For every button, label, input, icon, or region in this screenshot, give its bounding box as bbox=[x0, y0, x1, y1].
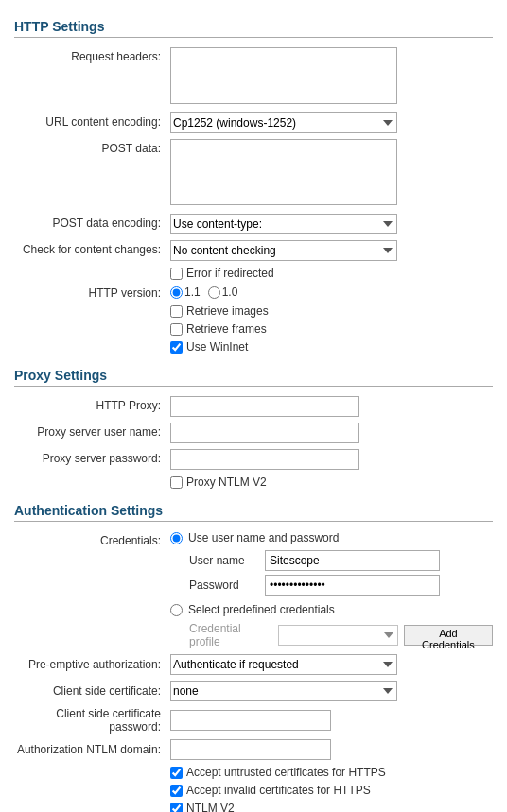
use-wininet-label: Use WinInet bbox=[186, 340, 248, 354]
http-version-row: HTTP version: 1.1 1.0 bbox=[14, 285, 493, 300]
url-encoding-select[interactable]: Cp1252 (windows-1252) bbox=[170, 112, 397, 133]
auth-settings-section: Authentication Settings Credentials: Use… bbox=[14, 503, 493, 812]
accept-untrusted-row: Accept untrusted certificates for HTTPS bbox=[14, 766, 493, 779]
request-headers-area bbox=[170, 47, 493, 107]
ntlm-domain-label: Authorization NTLM domain: bbox=[14, 743, 170, 756]
http-version-group: 1.1 1.0 bbox=[170, 285, 237, 299]
error-redirected-label: Error if redirected bbox=[186, 267, 274, 280]
http-settings-section: HTTP Settings Request headers: URL conte… bbox=[14, 19, 493, 354]
post-data-encoding-row: POST data encoding: Use content-type: bbox=[14, 214, 493, 234]
proxy-username-label: Proxy server user name: bbox=[14, 423, 170, 439]
post-data-encoding-area: Use content-type: bbox=[170, 214, 493, 234]
use-wininet-checkbox[interactable] bbox=[170, 341, 183, 354]
retrieve-frames-label: Retrieve frames bbox=[186, 322, 267, 336]
http-proxy-label: HTTP Proxy: bbox=[14, 396, 170, 412]
accept-invalid-label: Accept invalid certificates for HTTPS bbox=[186, 784, 371, 797]
accept-invalid-row: Accept invalid certificates for HTTPS bbox=[14, 784, 493, 797]
proxy-password-area bbox=[170, 449, 493, 470]
error-redirected-checkbox[interactable] bbox=[170, 268, 183, 280]
client-cert-password-label: Client side certificate password: bbox=[14, 707, 170, 734]
retrieve-images-checkbox[interactable] bbox=[170, 305, 183, 318]
client-cert-password-row: Client side certificate password: bbox=[14, 707, 493, 734]
proxy-settings-title: Proxy Settings bbox=[14, 368, 493, 387]
error-redirected-row: Error if redirected bbox=[14, 267, 493, 280]
http-version-11-radio[interactable] bbox=[170, 286, 183, 299]
http-version-10-label: 1.0 bbox=[208, 285, 238, 299]
check-content-area: No content checking bbox=[170, 240, 493, 261]
check-content-label: Check for content changes: bbox=[14, 240, 170, 256]
post-data-area bbox=[170, 139, 493, 208]
retrieve-frames-row: Retrieve frames bbox=[14, 322, 493, 336]
select-predefined-radio[interactable] bbox=[170, 604, 183, 616]
client-cert-password-input[interactable] bbox=[170, 710, 331, 731]
proxy-ntlm-checkbox[interactable] bbox=[170, 476, 183, 489]
request-headers-row: Request headers: bbox=[14, 47, 493, 107]
username-input[interactable] bbox=[265, 550, 440, 571]
proxy-password-row: Proxy server password: bbox=[14, 449, 493, 470]
credential-profile-label: Credential profile bbox=[189, 622, 272, 648]
use-username-option: Use user name and password bbox=[170, 531, 493, 544]
use-username-radio[interactable] bbox=[170, 532, 183, 544]
username-password-fields: User name Password bbox=[189, 550, 493, 596]
username-field-label: User name bbox=[189, 554, 265, 567]
post-data-encoding-select[interactable]: Use content-type: bbox=[170, 214, 397, 234]
password-field-row: Password bbox=[189, 575, 493, 596]
post-data-row: POST data: bbox=[14, 139, 493, 208]
proxy-password-input[interactable] bbox=[170, 449, 359, 470]
credential-profile-select[interactable] bbox=[278, 625, 398, 646]
client-cert-label: Client side certificate: bbox=[14, 684, 170, 698]
client-cert-row: Client side certificate: none bbox=[14, 681, 493, 701]
credentials-area: Use user name and password User name Pas… bbox=[170, 531, 493, 648]
accept-untrusted-checkbox[interactable] bbox=[170, 767, 183, 779]
post-data-label: POST data: bbox=[14, 139, 170, 155]
http-settings-title: HTTP Settings bbox=[14, 19, 493, 38]
post-data-input[interactable] bbox=[170, 139, 397, 205]
check-content-select[interactable]: No content checking bbox=[170, 240, 397, 261]
accept-invalid-checkbox[interactable] bbox=[170, 785, 183, 797]
http-version-label: HTTP version: bbox=[14, 285, 170, 300]
preemptive-label: Pre-emptive authorization: bbox=[14, 658, 170, 671]
retrieve-images-row: Retrieve images bbox=[14, 304, 493, 318]
username-field-row: User name bbox=[189, 550, 493, 571]
proxy-settings-section: Proxy Settings HTTP Proxy: Proxy server … bbox=[14, 368, 493, 489]
ntlm-domain-input[interactable] bbox=[170, 739, 331, 760]
retrieve-images-label: Retrieve images bbox=[186, 304, 269, 318]
http-version-11-label: 1.1 bbox=[170, 285, 201, 299]
use-username-label: Use user name and password bbox=[188, 531, 339, 544]
credentials-row: Credentials: Use user name and password … bbox=[14, 531, 493, 648]
http-proxy-row: HTTP Proxy: bbox=[14, 396, 493, 417]
preemptive-select[interactable]: Authenticate if requested bbox=[170, 654, 397, 675]
http-proxy-area bbox=[170, 396, 493, 417]
credentials-label: Credentials: bbox=[14, 531, 170, 547]
ntlm-v2-label: NTLM V2 bbox=[186, 802, 235, 812]
request-headers-label: Request headers: bbox=[14, 47, 170, 63]
proxy-username-input[interactable] bbox=[170, 423, 359, 443]
proxy-ntlm-row: Proxy NTLM V2 bbox=[14, 475, 493, 489]
url-encoding-label: URL content encoding: bbox=[14, 112, 170, 129]
ntlm-v2-row: NTLM V2 bbox=[14, 802, 493, 812]
add-credentials-button[interactable]: Add Credentials bbox=[404, 625, 493, 646]
preemptive-row: Pre-emptive authorization: Authenticate … bbox=[14, 654, 493, 675]
use-wininet-row: Use WinInet bbox=[14, 340, 493, 354]
password-input[interactable] bbox=[265, 575, 440, 596]
select-predefined-label: Select predefined credentials bbox=[188, 603, 335, 616]
ntlm-domain-row: Authorization NTLM domain: bbox=[14, 739, 493, 760]
password-field-label: Password bbox=[189, 579, 265, 592]
ntlm-v2-checkbox[interactable] bbox=[170, 803, 183, 813]
check-content-row: Check for content changes: No content ch… bbox=[14, 240, 493, 261]
http-version-10-radio[interactable] bbox=[208, 286, 220, 299]
http-proxy-input[interactable] bbox=[170, 396, 359, 417]
proxy-ntlm-label: Proxy NTLM V2 bbox=[186, 475, 267, 489]
auth-settings-title: Authentication Settings bbox=[14, 503, 493, 522]
proxy-password-label: Proxy server password: bbox=[14, 449, 170, 465]
url-encoding-area: Cp1252 (windows-1252) bbox=[170, 112, 493, 133]
client-cert-select[interactable]: none bbox=[170, 681, 397, 701]
request-headers-input[interactable] bbox=[170, 47, 397, 104]
post-data-encoding-label: POST data encoding: bbox=[14, 214, 170, 230]
proxy-username-area bbox=[170, 423, 493, 443]
retrieve-frames-checkbox[interactable] bbox=[170, 323, 183, 336]
accept-untrusted-label: Accept untrusted certificates for HTTPS bbox=[186, 766, 386, 779]
proxy-username-row: Proxy server user name: bbox=[14, 423, 493, 443]
select-predefined-option: Select predefined credentials bbox=[170, 603, 493, 616]
url-encoding-row: URL content encoding: Cp1252 (windows-12… bbox=[14, 112, 493, 133]
